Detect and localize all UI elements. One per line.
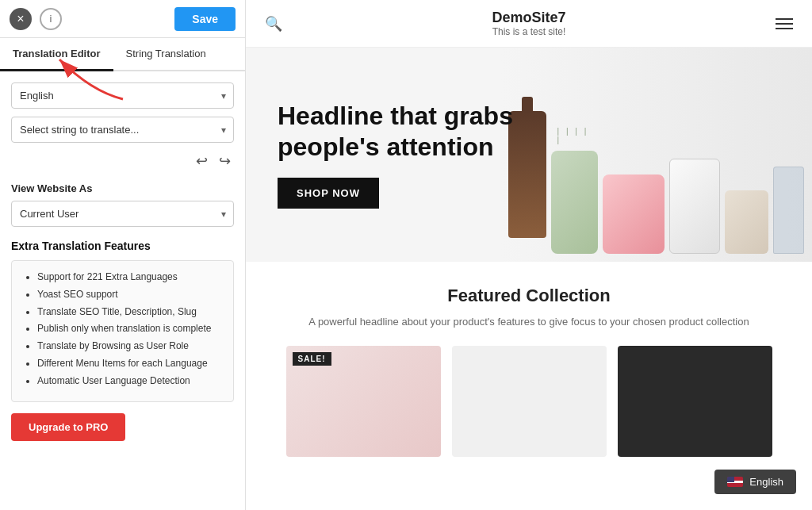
info-button[interactable]: i	[40, 8, 62, 30]
site-subtitle: This is a test site!	[492, 26, 565, 37]
save-button[interactable]: Save	[174, 7, 236, 31]
extra-features-section: Extra Translation Features Support for 2…	[11, 240, 234, 441]
featured-title: Featured Collection	[262, 286, 796, 306]
hamburger-line	[776, 23, 793, 25]
list-item: Different Menu Items for each Language	[37, 357, 222, 370]
string-select[interactable]: Select string to translate...	[11, 117, 234, 143]
panel-header: × i Save	[0, 0, 245, 38]
undo-redo-bar: ↩ ↪	[11, 151, 234, 171]
product-grid: SALE!	[262, 346, 796, 457]
hamburger-line	[776, 28, 793, 29]
features-box: Support for 221 Extra Languages Yoast SE…	[11, 260, 234, 402]
product-bottle-white	[669, 159, 720, 254]
product-bottle-small	[725, 190, 768, 254]
product-bottle-sticks	[551, 151, 598, 254]
list-item: Translate by Browsing as User Role	[37, 339, 222, 353]
language-button-label: English	[749, 476, 783, 488]
extra-features-title: Extra Translation Features	[11, 240, 234, 252]
site-header-center: DemoSite7 This is a test site!	[492, 10, 565, 37]
sale-badge: SALE!	[293, 352, 331, 366]
site-header: 🔍 DemoSite7 This is a test site!	[246, 0, 812, 48]
list-item: Yoast SEO support	[37, 288, 222, 301]
string-select-wrapper: Select string to translate... ▾	[11, 117, 234, 143]
product-card-2	[452, 346, 607, 457]
flag-icon	[727, 477, 743, 487]
view-website-label: View Website As	[11, 182, 234, 194]
hamburger-button[interactable]	[776, 18, 793, 29]
list-item: Automatic User Language Detection	[37, 374, 222, 388]
hero-banner: Headline that grabs people's attention S…	[246, 48, 812, 262]
view-website-select[interactable]: Current User Administrator Guest	[11, 201, 234, 227]
tab-translation-editor[interactable]: Translation Editor	[0, 38, 113, 71]
tab-string-translation[interactable]: String Translation	[113, 38, 219, 71]
hamburger-line	[776, 18, 793, 20]
list-item: Publish only when translation is complet…	[37, 322, 222, 336]
product-bottle-glass	[773, 167, 804, 254]
product-card-3	[618, 346, 772, 457]
featured-section: Featured Collection A powerful headline …	[246, 262, 812, 473]
left-panel: × i Save Translation Editor String Trans…	[0, 0, 246, 510]
search-icon: 🔍	[265, 16, 282, 32]
product-card-1: SALE!	[286, 346, 441, 457]
hero-text: Headline that grabs people's attention S…	[246, 77, 547, 232]
language-select[interactable]: English French Spanish German Italian	[11, 82, 234, 109]
panel-body: English French Spanish German Italian ▾ …	[0, 71, 245, 510]
list-item: Translate SEO Title, Description, Slug	[37, 305, 222, 319]
hero-products	[500, 48, 812, 262]
hero-headline: Headline that grabs people's attention	[278, 101, 515, 162]
featured-subtitle: A powerful headline about your product's…	[307, 314, 751, 330]
language-button[interactable]: English	[714, 470, 796, 494]
undo-button[interactable]: ↩	[193, 151, 211, 171]
product-bottle-round	[603, 174, 665, 254]
list-item: Support for 221 Extra Languages	[37, 270, 222, 284]
tabs-container: Translation Editor String Translation	[0, 38, 245, 71]
upgrade-button[interactable]: Upgrade to PRO	[11, 413, 125, 441]
search-button[interactable]: 🔍	[265, 15, 282, 33]
shop-now-button[interactable]: SHOP NOW	[278, 178, 379, 209]
language-select-wrapper: English French Spanish German Italian ▾	[11, 82, 234, 109]
features-list: Support for 221 Extra Languages Yoast SE…	[23, 270, 222, 388]
close-button[interactable]: ×	[10, 8, 32, 30]
site-title: DemoSite7	[492, 10, 565, 26]
right-panel: 🔍 DemoSite7 This is a test site! Headlin…	[246, 0, 812, 510]
view-website-select-wrapper: Current User Administrator Guest ▾	[11, 201, 234, 227]
redo-button[interactable]: ↪	[216, 151, 234, 171]
